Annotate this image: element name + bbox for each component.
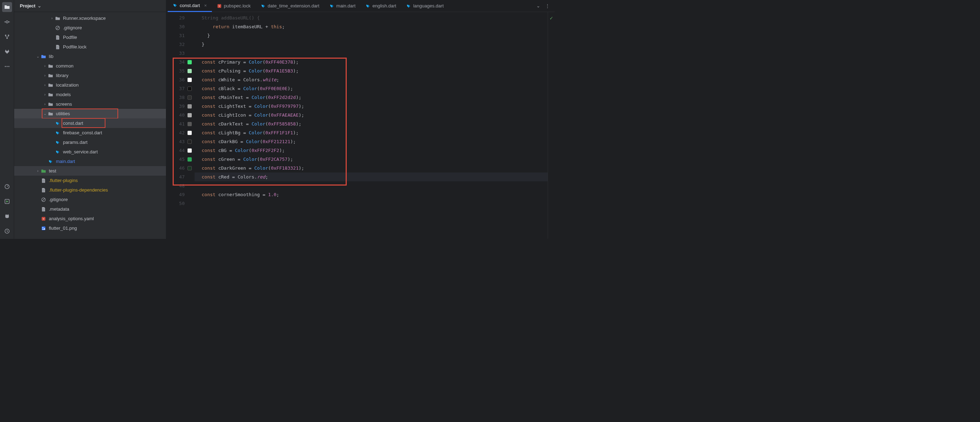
editor-tab[interactable]: english.dart: [361, 0, 401, 12]
editor-tab[interactable]: main.dart: [325, 0, 361, 12]
sidebar-header[interactable]: Project ⌄: [14, 0, 166, 12]
code-line[interactable]: [194, 199, 548, 208]
color-swatch: [188, 111, 194, 119]
line-number: 37: [166, 84, 188, 93]
color-swatch: [188, 199, 194, 208]
code-line[interactable]: const cMainText = Color(0xFF2d2d2d);: [194, 93, 548, 102]
svg-text:Y: Y: [218, 5, 220, 7]
code-line[interactable]: const cBlack = Color(0xFF0E0E0E);: [194, 84, 548, 93]
tree-arrow-icon[interactable]: ›: [43, 102, 48, 106]
project-tree[interactable]: ›Runner.xcworkspace.gitignorePodfilePodf…: [14, 12, 166, 239]
tree-arrow-icon[interactable]: ›: [43, 93, 48, 97]
tree-arrow-icon[interactable]: ›: [43, 73, 48, 78]
tree-arrow-icon[interactable]: ⌄: [35, 54, 40, 58]
tree-item[interactable]: ›models: [14, 90, 166, 99]
code-line[interactable]: }: [194, 40, 548, 49]
project-icon[interactable]: [2, 2, 12, 12]
tree-item[interactable]: ›screens: [14, 99, 166, 109]
more-icon[interactable]: [2, 62, 12, 71]
ban-icon: [40, 197, 47, 202]
tree-item[interactable]: .flutter-plugins: [14, 176, 166, 185]
tree-item[interactable]: Podfile.lock: [14, 42, 166, 52]
code-line[interactable]: const cWhite = Colors.white;: [194, 75, 548, 84]
tree-item[interactable]: flutter_01.png: [14, 224, 166, 233]
code-line[interactable]: const cPulsing = Color(0xFFA1E5B3);: [194, 67, 548, 75]
tree-item[interactable]: ›library: [14, 71, 166, 80]
tree-item[interactable]: Podfile: [14, 33, 166, 42]
tree-item[interactable]: ›test: [14, 166, 166, 176]
tree-item[interactable]: params.dart: [14, 138, 166, 147]
tree-item[interactable]: ›Runner.xcworkspace: [14, 13, 166, 23]
code-line[interactable]: const cDarkBG = Color(0xFF212121);: [194, 137, 548, 146]
line-gutter: 2930313233343536373839404142434445464748…: [166, 12, 188, 239]
tree-item[interactable]: ›common: [14, 61, 166, 71]
line-number: 47: [166, 173, 188, 181]
svg-point-19: [43, 227, 43, 228]
code-line[interactable]: const cRed = Colors.red;: [194, 173, 548, 181]
editor-tab[interactable]: const.dart×: [168, 0, 212, 12]
editor-tab[interactable]: languages.dart: [401, 0, 449, 12]
tree-item[interactable]: Yanalysis_options.yaml: [14, 214, 166, 224]
folder-blue-icon: [40, 54, 47, 59]
code-editor[interactable]: String addBaseURL() { return itemBaseURL…: [194, 12, 548, 239]
code-line[interactable]: [194, 49, 548, 58]
tab-menu-icon[interactable]: ⋮: [545, 3, 550, 8]
folder-icon: [48, 92, 54, 97]
tree-item[interactable]: ⌄utilities: [14, 109, 166, 118]
tree-item[interactable]: const.dart: [14, 118, 166, 128]
tree-arrow-icon[interactable]: ›: [43, 83, 48, 87]
tree-item[interactable]: web_service.dart: [14, 147, 166, 157]
tree-item-label: screens: [56, 102, 72, 107]
editor-tab[interactable]: Ypubspec.lock: [212, 0, 256, 12]
tree-item[interactable]: .gitignore: [14, 23, 166, 33]
tree-item[interactable]: ›localization: [14, 80, 166, 90]
code-line[interactable]: const cGreen = Color(0xFF2CA757);: [194, 155, 548, 163]
code-line[interactable]: const cPrimary = Color(0xFF40E378);: [194, 58, 548, 67]
tree-item[interactable]: main.dart: [14, 157, 166, 166]
clock-icon[interactable]: [2, 226, 12, 236]
code-line[interactable]: const cLightText = Color(0xFF979797);: [194, 102, 548, 111]
tree-item-label: .flutter-plugins-dependencies: [49, 187, 108, 193]
color-swatch: [188, 49, 194, 58]
tree-arrow-icon[interactable]: ›: [43, 64, 48, 68]
line-number: 43: [166, 137, 188, 146]
tree-item[interactable]: .flutter-plugins-dependencies: [14, 185, 166, 195]
tree-item[interactable]: ⌄lib: [14, 52, 166, 61]
code-line[interactable]: const cLightBg = Color(0xFFF1F1F1);: [194, 128, 548, 137]
tree-item[interactable]: .metadata: [14, 204, 166, 214]
code-line[interactable]: return itemBaseURL + this;: [194, 22, 548, 31]
file-icon: [40, 178, 47, 183]
svg-line-15: [43, 198, 45, 201]
tree-item-label: firebase_const.dart: [63, 130, 102, 135]
color-swatch: [188, 40, 194, 49]
editor-tab[interactable]: date_time_extension.dart: [256, 0, 325, 12]
run-icon[interactable]: [2, 197, 12, 206]
performance-icon[interactable]: [2, 182, 12, 192]
cat-icon[interactable]: [2, 211, 12, 221]
code-line[interactable]: const cBG = Color(0xFFF2F2F2);: [194, 146, 548, 155]
tree-item[interactable]: firebase_const.dart: [14, 128, 166, 138]
svg-point-4: [8, 35, 9, 36]
code-line[interactable]: }: [194, 31, 548, 40]
tree-item-label: utilities: [56, 111, 70, 116]
code-line[interactable]: const cDarkText = Color(0xFF585858);: [194, 119, 548, 128]
color-swatch: [188, 190, 194, 199]
commit-icon[interactable]: [2, 17, 12, 27]
code-line[interactable]: [194, 181, 548, 190]
code-line[interactable]: const cDarkGreen = Color(0xFF183321);: [194, 163, 548, 173]
tree-item-label: .gitignore: [63, 25, 82, 30]
tree-item[interactable]: .gitignore: [14, 195, 166, 204]
dart-icon: [406, 3, 411, 8]
close-icon[interactable]: ×: [204, 3, 207, 8]
tree-arrow-icon[interactable]: ⌄: [43, 112, 48, 116]
code-line[interactable]: String addBaseURL() {: [194, 13, 548, 22]
tab-overflow-icon[interactable]: ⌄: [536, 3, 540, 8]
gitlab-icon[interactable]: [2, 47, 12, 57]
code-line[interactable]: const cornerSmoothing = 1.0;: [194, 190, 548, 199]
structure-icon[interactable]: [2, 32, 12, 42]
tree-arrow-icon[interactable]: ›: [35, 169, 40, 173]
tab-label: main.dart: [336, 3, 356, 8]
tree-arrow-icon[interactable]: ›: [49, 16, 54, 20]
tree-item-label: params.dart: [63, 140, 88, 145]
code-line[interactable]: const cLightIcon = Color(0xFFAEAEAE);: [194, 111, 548, 119]
